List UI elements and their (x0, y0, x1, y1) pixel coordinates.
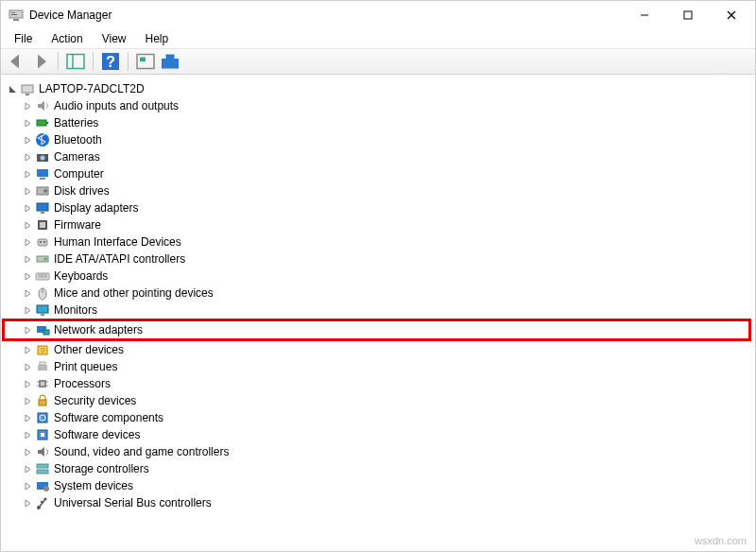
tree-item-system[interactable]: System devices (5, 477, 751, 494)
audio-icon (35, 98, 50, 113)
expander-icon[interactable] (22, 324, 33, 336)
toolbar-separator-2 (93, 52, 94, 71)
expander-icon[interactable] (22, 219, 33, 231)
svg-point-33 (43, 241, 45, 243)
titlebar: Device Manager (1, 1, 755, 29)
expander-icon[interactable] (22, 497, 33, 509)
svg-rect-15 (166, 55, 175, 60)
expander-icon[interactable] (22, 446, 33, 457)
tree-item-security[interactable]: Security devices (5, 392, 751, 409)
tree-item-storage[interactable]: Storage controllers (5, 460, 751, 477)
minimize-button[interactable] (623, 1, 666, 29)
scan-hardware-button[interactable] (134, 51, 157, 72)
expander-icon[interactable] (22, 168, 33, 180)
menu-action[interactable]: Action (42, 30, 92, 47)
tree-item-display[interactable]: Display adapters (5, 199, 751, 216)
svg-rect-41 (37, 305, 48, 313)
tree-item-label: Batteries (54, 114, 98, 131)
show-hide-tree-button[interactable] (64, 51, 87, 72)
tree-item-hid[interactable]: Human Interface Devices (5, 233, 751, 250)
tree-item-print[interactable]: Print queues (5, 358, 751, 375)
properties-button[interactable] (159, 51, 181, 72)
svg-rect-16 (22, 85, 33, 93)
svg-rect-24 (40, 178, 45, 180)
svg-rect-3 (13, 19, 19, 21)
menu-view[interactable]: View (93, 30, 136, 47)
forward-button[interactable] (29, 51, 52, 72)
tree-item-label: Mice and other pointing devices (54, 285, 214, 302)
expander-icon[interactable] (22, 480, 33, 492)
svg-rect-27 (37, 203, 48, 211)
tree-item-softdev[interactable]: Software devices (5, 426, 751, 443)
expander-icon[interactable] (22, 304, 33, 316)
display-icon (35, 200, 50, 216)
tree-item-network[interactable]: Network adapters (2, 319, 751, 341)
sound-icon (35, 444, 50, 459)
tree-item-label: Audio inputs and outputs (54, 97, 179, 114)
ide-icon (35, 251, 50, 267)
back-button[interactable] (5, 51, 27, 72)
expander-icon[interactable] (22, 253, 33, 265)
tree-item-camera[interactable]: Cameras (5, 148, 751, 165)
expander-icon[interactable] (22, 117, 33, 129)
expander-icon[interactable] (7, 83, 18, 95)
expander-icon[interactable] (22, 412, 33, 423)
tree-item-label: Cameras (54, 148, 100, 165)
tree-item-audio[interactable]: Audio inputs and outputs (5, 97, 751, 114)
expander-icon[interactable] (22, 134, 33, 146)
expander-icon[interactable] (22, 344, 33, 355)
expander-icon[interactable] (22, 287, 33, 299)
expander-icon[interactable] (22, 378, 33, 389)
close-button[interactable] (710, 1, 753, 29)
expander-icon[interactable] (22, 395, 33, 406)
svg-rect-13 (140, 58, 146, 62)
tree-item-label: Monitors (54, 302, 97, 319)
tree-item-ide[interactable]: IDE ATA/ATAPI controllers (5, 250, 751, 267)
camera-icon (35, 149, 50, 164)
tree-item-other[interactable]: ?Other devices (5, 341, 751, 358)
computer-icon (35, 166, 50, 181)
svg-rect-28 (41, 212, 44, 214)
tree-item-label: Human Interface Devices (54, 233, 181, 250)
help-button[interactable]: ? (99, 51, 122, 72)
tree-item-sound[interactable]: Sound, video and game controllers (5, 443, 751, 460)
menubar: File Action View Help (1, 29, 755, 48)
security-icon (35, 393, 50, 408)
expander-icon[interactable] (22, 202, 33, 214)
tree-item-keyboard[interactable]: Keyboards (5, 267, 751, 285)
tree-item-firmware[interactable]: Firmware (5, 216, 751, 233)
tree-item-label: Storage controllers (54, 460, 149, 477)
expander-icon[interactable] (22, 151, 33, 163)
tree-item-bluetooth[interactable]: Bluetooth (5, 131, 751, 148)
tree-item-computer[interactable]: Computer (5, 165, 751, 182)
expander-icon[interactable] (22, 270, 33, 282)
maximize-button[interactable] (666, 1, 710, 29)
disk-icon (35, 183, 50, 198)
battery-icon (35, 115, 50, 130)
expander-icon[interactable] (22, 236, 33, 248)
tree-item-mouse[interactable]: Mice and other pointing devices (5, 285, 751, 302)
expander-icon[interactable] (22, 185, 33, 197)
storage-icon (35, 461, 50, 476)
menu-file[interactable]: File (5, 30, 42, 47)
toolbar: ? (1, 48, 755, 75)
expander-icon[interactable] (22, 429, 33, 440)
svg-rect-55 (39, 400, 46, 405)
expander-icon[interactable] (22, 361, 33, 372)
tree-item-cpu[interactable]: Processors (5, 375, 751, 392)
svg-point-26 (43, 189, 47, 193)
svg-rect-42 (41, 314, 44, 316)
tree-item-usb[interactable]: Universal Serial Bus controllers (5, 494, 751, 511)
tree-item-label: Keyboards (54, 267, 108, 285)
system-icon (35, 478, 50, 493)
svg-rect-8 (67, 55, 84, 69)
tree-item-battery[interactable]: Batteries (5, 114, 751, 131)
tree-item-monitor[interactable]: Monitors (5, 302, 751, 319)
tree-item-disk[interactable]: Disk drives (5, 182, 751, 199)
expander-icon[interactable] (22, 100, 33, 112)
expander-icon[interactable] (22, 463, 33, 474)
tree-root-node[interactable]: LAPTOP-7ADCLT2D (5, 80, 751, 97)
tree-item-softcomp[interactable]: Software components (5, 409, 751, 426)
device-tree[interactable]: LAPTOP-7ADCLT2DAudio inputs and outputsB… (1, 75, 755, 551)
menu-help[interactable]: Help (136, 30, 179, 47)
